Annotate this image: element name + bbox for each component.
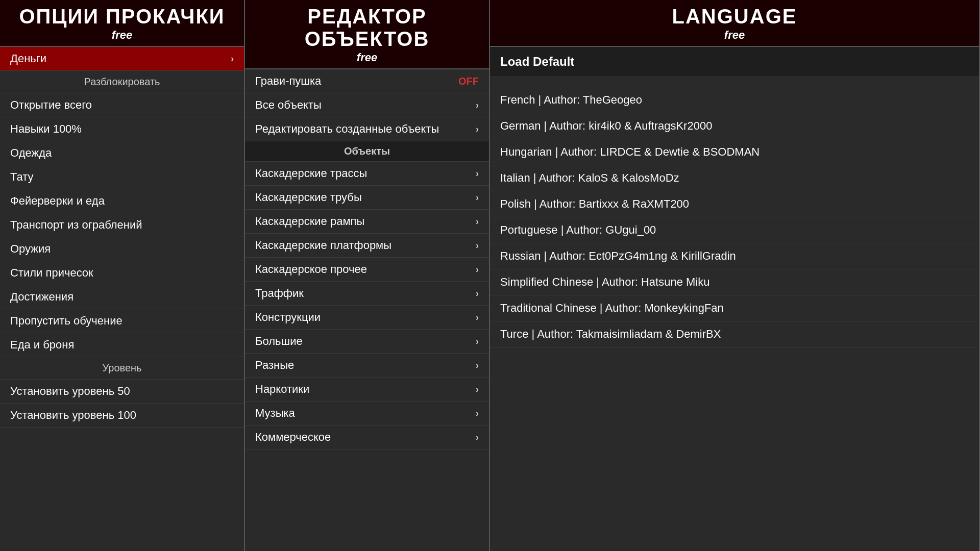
middle-panel-content: Грави-пушкаOFFВсе объекты›Редактировать …: [245, 69, 489, 551]
menu-item-label: Траффик: [255, 287, 304, 300]
middle-menu-item[interactable]: Траффик›: [245, 282, 489, 306]
left-menu-item[interactable]: Открытие всего: [0, 93, 244, 117]
language-item[interactable]: French | Author: TheGeogeo: [490, 87, 979, 113]
left-menu-item[interactable]: Еда и броня: [0, 333, 244, 357]
language-item[interactable]: Polish | Author: Bartixxx & RaXMT200: [490, 191, 979, 217]
language-item[interactable]: Turce | Author: Takmaisimliadam & DemirB…: [490, 321, 979, 347]
spacer: [490, 77, 979, 87]
middle-menu-item[interactable]: Разные›: [245, 354, 489, 378]
left-panel-subtitle: free: [10, 29, 234, 42]
arrow-icon: ›: [476, 264, 479, 275]
left-menu-item[interactable]: Разблокировать: [0, 71, 244, 93]
menu-item-label: Каскадерские трассы: [255, 167, 367, 180]
left-menu-item[interactable]: Фейерверки и еда: [0, 189, 244, 213]
left-menu-item[interactable]: Деньги›: [0, 47, 244, 71]
language-item[interactable]: Italian | Author: KaloS & KalosMoDz: [490, 165, 979, 191]
middle-menu-item[interactable]: Конструкции›: [245, 306, 489, 330]
middle-menu-item[interactable]: Объекты: [245, 141, 489, 162]
middle-menu-item[interactable]: Каскадерские трубы›: [245, 186, 489, 210]
arrow-icon: ›: [476, 124, 479, 135]
left-menu-item[interactable]: Уровень: [0, 357, 244, 380]
left-menu-item[interactable]: Оружия: [0, 237, 244, 261]
menu-item-label: Коммерческое: [255, 431, 331, 444]
middle-menu-item[interactable]: Наркотики›: [245, 378, 489, 402]
left-menu-item[interactable]: Стили причесок: [0, 261, 244, 285]
menu-item-label: Деньги: [10, 52, 46, 65]
left-menu-item[interactable]: Установить уровень 100: [0, 404, 244, 428]
middle-panel-header: РЕДАКТОР ОБЪЕКТОВ free: [245, 0, 489, 69]
menu-item-label: Разные: [255, 359, 294, 372]
off-badge: OFF: [458, 76, 479, 87]
right-panel-header: Language free: [490, 0, 979, 47]
arrow-icon: ›: [476, 240, 479, 251]
left-panel-header: ОПЦИИ ПРОКАЧКИ free: [0, 0, 244, 47]
middle-menu-item[interactable]: Музыка›: [245, 402, 489, 425]
left-menu-item[interactable]: Одежда: [0, 141, 244, 165]
left-menu-item[interactable]: Навыки 100%: [0, 117, 244, 141]
menu-item-label: Каскадерские трубы: [255, 191, 362, 204]
arrow-icon: ›: [476, 216, 479, 227]
arrow-icon: ›: [476, 168, 479, 179]
menu-item-label: Музыка: [255, 407, 295, 420]
right-panel-title: Language: [500, 5, 969, 28]
menu-item-label: Грави-пушка: [255, 74, 321, 88]
left-panel-content: Деньги›РазблокироватьОткрытие всегоНавык…: [0, 47, 244, 551]
left-menu-item[interactable]: Установить уровень 50: [0, 380, 244, 404]
load-default-item[interactable]: Load Default: [490, 47, 979, 77]
arrow-icon: ›: [476, 432, 479, 443]
arrow-icon: ›: [476, 100, 479, 111]
middle-menu-item[interactable]: Редактировать созданные объекты›: [245, 117, 489, 141]
middle-menu-item[interactable]: Коммерческое›: [245, 425, 489, 449]
arrow-icon: ›: [231, 54, 234, 64]
menu-item-label: Редактировать созданные объекты: [255, 122, 439, 136]
middle-menu-item[interactable]: Грави-пушкаOFF: [245, 69, 489, 93]
language-item[interactable]: Simplified Chinese | Author: Hatsune Mik…: [490, 269, 979, 295]
language-item[interactable]: Hungarian | Author: LIRDCE & Dewtie & BS…: [490, 139, 979, 165]
arrow-icon: ›: [476, 288, 479, 299]
language-item[interactable]: Portuguese | Author: GUgui_00: [490, 217, 979, 243]
middle-panel-title: РЕДАКТОР ОБЪЕКТОВ: [255, 5, 479, 50]
arrow-icon: ›: [476, 312, 479, 323]
arrow-icon: ›: [476, 336, 479, 347]
menu-item-label: Каскадерское прочее: [255, 263, 367, 276]
left-panel: ОПЦИИ ПРОКАЧКИ free Деньги›Разблокироват…: [0, 0, 245, 551]
left-panel-title: ОПЦИИ ПРОКАЧКИ: [10, 5, 234, 28]
middle-menu-item[interactable]: Большие›: [245, 330, 489, 354]
left-menu-item[interactable]: Пропустить обучение: [0, 309, 244, 333]
left-menu-item[interactable]: Транспорт из ограблений: [0, 213, 244, 237]
arrow-icon: ›: [476, 360, 479, 371]
right-panel-content: Load DefaultFrench | Author: TheGeogeoGe…: [490, 47, 979, 551]
middle-menu-item[interactable]: Все объекты›: [245, 93, 489, 117]
middle-panel-subtitle: free: [255, 51, 479, 64]
middle-menu-item[interactable]: Каскадерское прочее›: [245, 258, 489, 282]
right-panel: Language free Load DefaultFrench | Autho…: [490, 0, 980, 551]
middle-menu-item[interactable]: Каскадерские платформы›: [245, 234, 489, 258]
arrow-icon: ›: [476, 192, 479, 203]
language-item[interactable]: German | Author: kir4ik0 & AuftragsKr200…: [490, 113, 979, 139]
middle-menu-item[interactable]: Каскадерские трассы›: [245, 162, 489, 186]
menu-item-label: Каскадерские рампы: [255, 215, 364, 228]
menu-item-label: Каскадерские платформы: [255, 239, 391, 252]
menu-item-label: Наркотики: [255, 383, 309, 396]
middle-panel: РЕДАКТОР ОБЪЕКТОВ free Грави-пушкаOFFВсе…: [245, 0, 490, 551]
left-menu-item[interactable]: Тату: [0, 165, 244, 189]
arrow-icon: ›: [476, 408, 479, 419]
menu-item-label: Большие: [255, 335, 303, 348]
middle-menu-item[interactable]: Каскадерские рампы›: [245, 210, 489, 234]
menu-item-label: Конструкции: [255, 311, 321, 324]
left-menu-item[interactable]: Достижения: [0, 285, 244, 309]
menu-item-label: Все объекты: [255, 98, 322, 112]
arrow-icon: ›: [476, 384, 479, 395]
language-item[interactable]: Russian | Author: Ect0PzG4m1ng & KirillG…: [490, 243, 979, 269]
right-panel-subtitle: free: [500, 29, 969, 42]
language-item[interactable]: Traditional Chinese | Author: Monkeyking…: [490, 295, 979, 321]
